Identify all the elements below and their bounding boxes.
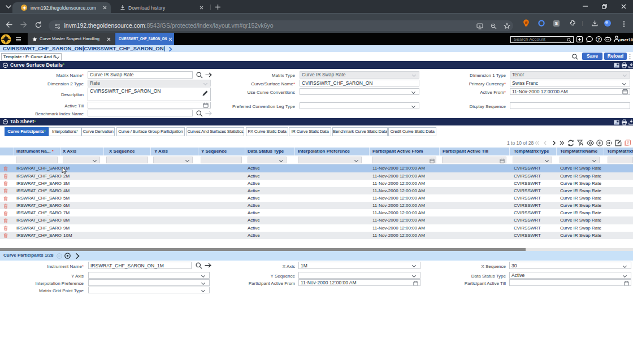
svg-text:?: ? bbox=[597, 37, 600, 41]
